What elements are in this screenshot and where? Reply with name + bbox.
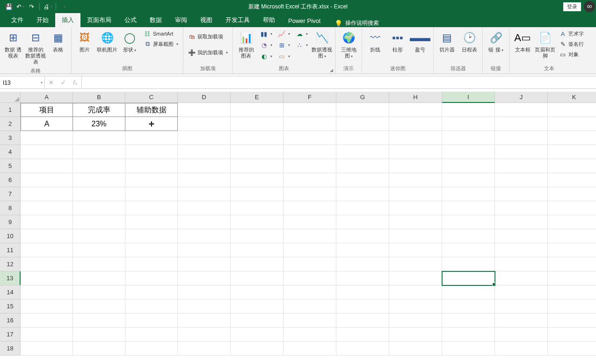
cell[interactable] (495, 145, 548, 159)
cell[interactable] (548, 117, 596, 131)
tab-data[interactable]: 数据 (143, 13, 168, 27)
tab-insert[interactable]: 插入 (55, 13, 80, 27)
row-header[interactable]: 11 (0, 243, 21, 257)
cell[interactable] (548, 145, 596, 159)
cell[interactable] (73, 328, 125, 342)
row-header[interactable]: 9 (0, 215, 21, 229)
cell[interactable] (21, 313, 73, 328)
cell[interactable] (495, 103, 548, 117)
column-header[interactable]: C (125, 92, 178, 103)
formula-input[interactable] (82, 77, 596, 88)
cell[interactable] (336, 342, 389, 356)
name-box-dropdown[interactable]: ▾ (41, 80, 43, 85)
cell[interactable] (336, 159, 389, 173)
cell[interactable] (389, 145, 442, 159)
textbox-button[interactable]: A▭ 文本框 (512, 29, 533, 53)
cell[interactable] (389, 201, 442, 215)
cell[interactable] (389, 328, 442, 342)
cell[interactable] (231, 145, 283, 159)
cell[interactable] (21, 187, 73, 201)
cell[interactable] (283, 257, 336, 271)
cell[interactable] (548, 103, 596, 117)
cell[interactable] (495, 243, 548, 257)
cell[interactable] (231, 187, 283, 201)
account-avatar[interactable]: 00 (584, 1, 595, 12)
cell[interactable] (442, 215, 495, 229)
cell[interactable] (389, 257, 442, 271)
cell[interactable] (495, 342, 548, 356)
cell[interactable] (495, 285, 548, 299)
cell[interactable] (73, 257, 125, 271)
cell[interactable] (548, 229, 596, 243)
cell[interactable] (442, 103, 495, 117)
row-header[interactable]: 12 (0, 257, 21, 271)
row-header[interactable]: 5 (0, 159, 21, 173)
row-header[interactable]: 13 (0, 271, 21, 285)
row-header[interactable]: 14 (0, 285, 21, 299)
sparkline-line-button[interactable]: 〰 折线 (365, 29, 385, 53)
cell[interactable] (231, 313, 283, 328)
row-header[interactable]: 18 (0, 342, 21, 356)
cell[interactable] (548, 257, 596, 271)
cell[interactable] (495, 313, 548, 328)
tab-file[interactable]: 文件 (5, 13, 30, 27)
cell[interactable] (73, 342, 125, 356)
cell[interactable] (283, 173, 336, 187)
screenshot-button[interactable]: ⧉屏幕截图▾ (142, 39, 180, 49)
cell[interactable] (389, 299, 442, 313)
scatter-chart-button[interactable]: ∴▾ (294, 40, 310, 50)
cell[interactable] (336, 243, 389, 257)
cell[interactable] (21, 342, 73, 356)
quick-print-button[interactable]: 🖨▾ (43, 1, 53, 12)
column-chart-button[interactable]: ▮▮▾ (258, 29, 274, 38)
cell[interactable] (21, 299, 73, 313)
cell[interactable] (495, 117, 548, 131)
cell[interactable] (21, 159, 73, 173)
cell[interactable] (21, 271, 73, 285)
cell[interactable] (231, 201, 283, 215)
cell[interactable] (283, 201, 336, 215)
hierarchy-chart-button[interactable]: ◔▾ (258, 40, 274, 50)
cell[interactable] (283, 117, 336, 131)
cell[interactable] (21, 145, 73, 159)
cell[interactable] (548, 187, 596, 201)
cell[interactable] (442, 159, 495, 173)
charts-dialog-launcher[interactable]: ◢ (330, 68, 333, 73)
cell[interactable] (178, 285, 231, 299)
cell[interactable] (21, 131, 73, 145)
stat-chart-button[interactable]: ⊞▾ (276, 40, 292, 50)
tab-review[interactable]: 审阅 (168, 13, 194, 27)
cell[interactable] (283, 285, 336, 299)
cell[interactable] (389, 173, 442, 187)
row-header[interactable]: 6 (0, 173, 21, 187)
cell[interactable] (125, 313, 178, 328)
cell[interactable] (336, 328, 389, 342)
cell[interactable] (442, 313, 495, 328)
cell[interactable] (21, 215, 73, 229)
cell[interactable] (73, 145, 125, 159)
cell[interactable] (389, 187, 442, 201)
cell[interactable] (336, 313, 389, 328)
cell[interactable]: 23% (73, 117, 125, 131)
cell[interactable] (389, 243, 442, 257)
slicer-button[interactable]: ▤ 切片器 (436, 29, 457, 53)
cell[interactable] (548, 201, 596, 215)
cell[interactable] (283, 243, 336, 257)
surface-chart-button[interactable]: ▭▾ (276, 51, 292, 61)
cell[interactable] (21, 173, 73, 187)
cell[interactable] (336, 145, 389, 159)
cell[interactable] (125, 257, 178, 271)
insert-function-button[interactable]: fₓ (69, 79, 81, 86)
cell[interactable]: 完成率 (73, 103, 125, 117)
cell[interactable] (283, 215, 336, 229)
column-header[interactable]: B (73, 92, 125, 103)
cell[interactable] (178, 103, 231, 117)
my-addins-button[interactable]: ➕我的加载项▾ (186, 48, 230, 57)
cell[interactable] (231, 229, 283, 243)
cell[interactable] (548, 285, 596, 299)
cell[interactable] (178, 328, 231, 342)
3d-map-button[interactable]: 🌍 三维地 图▾ (338, 29, 359, 59)
column-header[interactable]: F (283, 92, 336, 103)
cell[interactable] (283, 229, 336, 243)
cell[interactable] (231, 328, 283, 342)
